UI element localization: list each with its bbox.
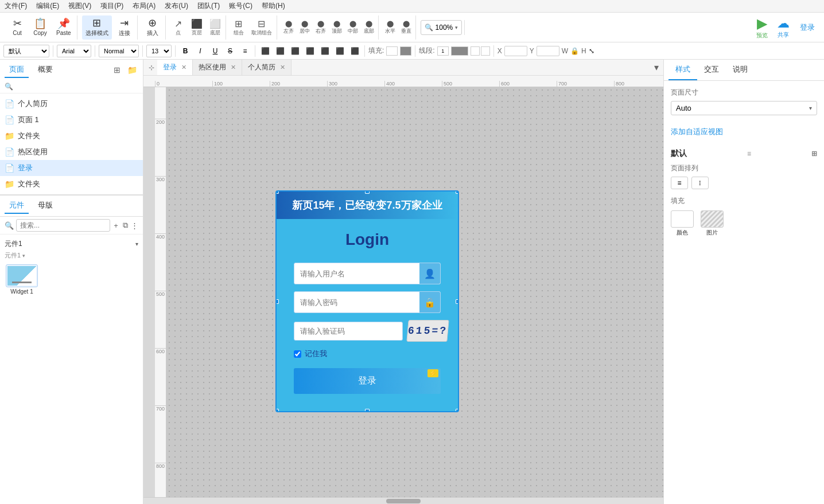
size-select[interactable]: 13 <box>146 45 172 57</box>
paste-button[interactable]: 📌 Paste <box>53 15 75 40</box>
insert-button[interactable]: ⊕ 插入 <box>142 15 163 40</box>
style-select[interactable]: Normal <box>99 45 139 57</box>
overview-tab[interactable]: 概要 <box>33 62 57 78</box>
connect-button[interactable]: ⇥ 连接 <box>114 15 135 40</box>
strikethrough-button[interactable]: S <box>224 45 236 57</box>
menu-layout[interactable]: 布局(A) <box>133 1 156 11</box>
add-component-button[interactable]: + <box>112 219 119 232</box>
bold-button[interactable]: B <box>179 45 192 57</box>
default-grid-icon[interactable]: ⊞ <box>811 150 817 158</box>
uncombine-button[interactable]: ⊟ 取消组合 <box>249 15 274 40</box>
combine-button[interactable]: ⊞ 组合 <box>231 15 247 40</box>
pages-search-input[interactable] <box>15 83 138 91</box>
align-top-text-button[interactable]: ⬛ <box>318 45 331 57</box>
align-right-button[interactable]: ⬤ 右齐 <box>314 15 328 40</box>
explain-tab[interactable]: 说明 <box>726 60 755 80</box>
add-folder-button[interactable]: 📁 <box>126 64 138 76</box>
menu-view[interactable]: 视图(V) <box>68 1 91 11</box>
copy-component-button[interactable]: ⧉ <box>122 219 129 232</box>
canvas-tab-hotzone[interactable]: 热区使用 ✕ <box>193 60 242 75</box>
default-menu-icon[interactable]: ≡ <box>747 150 751 158</box>
preview-button[interactable]: ▶ 预览 <box>753 14 771 41</box>
password-input[interactable] <box>294 294 419 311</box>
add-responsive-button[interactable]: 添加自适应视图 <box>671 124 817 139</box>
page-item-folder-1[interactable]: 📁 文件夹 <box>0 128 143 144</box>
password-field[interactable]: 🔒 <box>294 291 441 313</box>
align-top-button[interactable]: ⬤ 顶部 <box>330 15 344 40</box>
menu-publish[interactable]: 发布(U) <box>165 1 188 11</box>
default-style-select[interactable]: 默认 <box>3 45 49 57</box>
submit-button[interactable]: 登录 <box>294 368 441 394</box>
y-input[interactable] <box>537 46 559 56</box>
underline-button[interactable]: U <box>209 45 221 57</box>
col-double-button[interactable]: ⫶ <box>691 177 709 189</box>
master-tab[interactable]: 母版 <box>33 198 57 214</box>
remember-label[interactable]: 记住我 <box>305 349 327 359</box>
page-item-hotzone[interactable]: 📄 热区使用 <box>0 144 143 160</box>
captcha-input[interactable] <box>294 322 403 341</box>
list-button[interactable]: ≡ <box>239 45 251 57</box>
handle-bl[interactable] <box>275 409 279 412</box>
menu-project[interactable]: 项目(P) <box>100 1 123 11</box>
align-bottom-button[interactable]: ⬤ 底部 <box>362 15 376 40</box>
share-button[interactable]: ☁ 共享 <box>774 15 793 40</box>
align-justify-text-button[interactable]: ⬛ <box>304 45 316 57</box>
align-center-text-button[interactable]: ⬛ <box>274 45 286 57</box>
stroke-color-picker[interactable] <box>451 46 468 56</box>
remember-checkbox[interactable] <box>294 350 301 358</box>
canvas-tabs-more[interactable]: ▾ <box>652 60 661 75</box>
username-field[interactable]: 👤 <box>294 263 441 284</box>
stroke-dashed-button[interactable] <box>481 46 490 56</box>
cut-button[interactable]: ✂ Cut <box>7 15 28 40</box>
handle-mr[interactable] <box>456 299 459 304</box>
close-tab-resume[interactable]: ✕ <box>280 64 285 71</box>
captcha-image[interactable]: 615=? <box>406 320 449 342</box>
x-input[interactable] <box>504 46 527 56</box>
stroke-width[interactable]: 1 <box>437 46 449 56</box>
distribute-vert-button[interactable]: ⬤ 垂直 <box>399 15 413 40</box>
page-layer-button[interactable]: ⬛ 页层 <box>189 15 205 40</box>
page-item-resume[interactable]: 📄 个人简历 <box>0 96 143 112</box>
page-size-select[interactable]: Auto ▾ <box>671 101 817 115</box>
align-right-text-button[interactable]: ⬛ <box>289 45 301 57</box>
select-button[interactable]: ⊞ 选择模式 <box>82 15 112 40</box>
page-item-login[interactable]: 📄 登录 <box>0 160 143 176</box>
handle-ml[interactable] <box>275 299 279 304</box>
distribute-horiz-button[interactable]: ⬤ 水平 <box>383 15 397 40</box>
point-button[interactable]: ↗ 点 <box>170 15 186 40</box>
align-bottom-text-button[interactable]: ⬛ <box>348 45 361 57</box>
fill-image-box[interactable] <box>701 210 724 228</box>
close-tab-hotzone[interactable]: ✕ <box>231 64 236 71</box>
stroke-solid-button[interactable] <box>471 46 480 56</box>
bottom-layer-button[interactable]: ⬜ 底层 <box>207 15 223 40</box>
username-input[interactable] <box>294 265 419 283</box>
fill-color-option[interactable]: 颜色 <box>671 210 694 237</box>
zoom-control[interactable]: 🔍 100% ▾ <box>421 20 462 35</box>
canvas-content[interactable]: 0 100 200 300 400 500 600 700 800 200 <box>143 76 663 497</box>
login-widget[interactable]: 新页15年，已经改变7.5万家企业 Login 👤 🔒 <box>275 190 459 412</box>
canvas-scrollbar[interactable] <box>143 497 663 504</box>
login-top-button[interactable]: 登录 <box>795 20 819 35</box>
design-canvas[interactable]: 200 300 400 500 600 700 800 ✛ <box>155 87 663 497</box>
menu-edit[interactable]: 编辑(E) <box>36 1 59 11</box>
add-page-button[interactable]: ⊞ <box>111 64 123 76</box>
copy-button[interactable]: 📋 Copy <box>30 15 50 40</box>
component-group-arrow[interactable]: ▾ <box>135 241 138 247</box>
fill-color-picker[interactable] <box>386 46 398 56</box>
components-tab[interactable]: 元件 <box>5 198 29 214</box>
canvas-tab-login[interactable]: 登录 ✕ <box>157 60 193 75</box>
page-item-folder-2[interactable]: 📁 文件夹 <box>0 176 143 192</box>
close-tab-login[interactable]: ✕ <box>181 64 186 71</box>
menu-account[interactable]: 账号(C) <box>229 1 252 11</box>
menu-file[interactable]: 文件(F) <box>5 1 27 11</box>
fill-opacity-picker[interactable] <box>400 46 411 56</box>
align-center-h-button[interactable]: ⬤ 居中 <box>298 15 312 40</box>
align-center-v-button[interactable]: ⬤ 中部 <box>346 15 360 40</box>
component-search-input[interactable] <box>16 219 110 232</box>
fill-color-box[interactable] <box>671 210 694 228</box>
handle-tr[interactable] <box>456 190 459 194</box>
fill-image-option[interactable]: 图片 <box>701 210 724 237</box>
scrollbar-thumb[interactable] <box>386 499 421 503</box>
align-left-text-button[interactable]: ⬛ <box>259 45 271 57</box>
pages-tab[interactable]: 页面 <box>5 62 29 78</box>
